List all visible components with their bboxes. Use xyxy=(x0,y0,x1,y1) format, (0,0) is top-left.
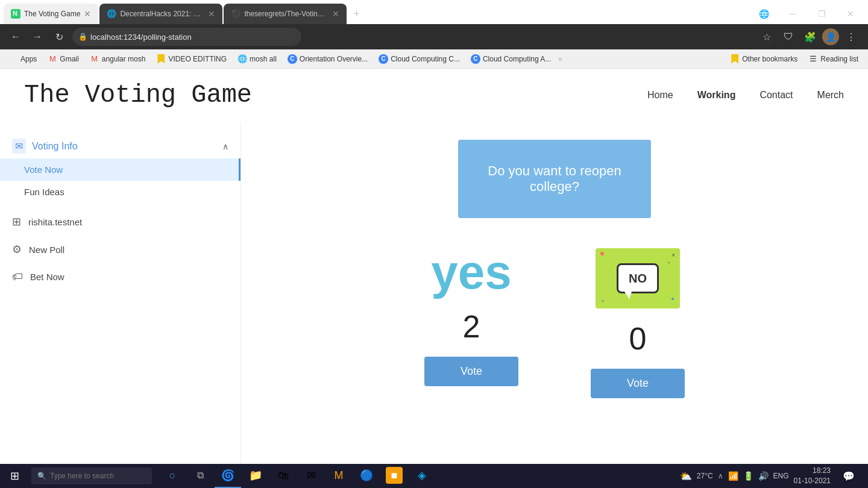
bm-right-group: Other bookmarks ☰ Reading list xyxy=(725,53,863,65)
taskbar-search-box[interactable]: 🔍 xyxy=(31,468,152,484)
voting-area: Do you want to reopen college? yes 2 Vot… xyxy=(241,122,868,464)
address-input[interactable] xyxy=(72,28,301,46)
address-bar: ← → ↻ 🔒 ☆ 🛡 🧩 👤 ⋮ xyxy=(0,24,868,49)
minimize-button[interactable]: ─ xyxy=(779,4,807,24)
chromium-icon-1: C xyxy=(288,54,297,64)
tab-github[interactable]: ⚫ theseregrets/The-Voting-Game-... ✕ xyxy=(224,4,347,24)
reading-list-icon: ☰ xyxy=(808,54,818,64)
start-button[interactable]: ⊞ xyxy=(0,464,29,488)
folder-icon: 📁 xyxy=(249,469,262,482)
bookmark-orientation[interactable]: C Orientation Overvie... xyxy=(283,53,373,65)
browser-right-icons: ☆ 🛡 🧩 👤 ⋮ xyxy=(757,27,861,46)
new-tab-button[interactable]: + xyxy=(348,5,365,22)
taskbar-chat-button[interactable]: 💬 xyxy=(835,464,862,488)
refresh-button[interactable]: ↻ xyxy=(51,28,68,45)
site-header: The Voting Game Home Working Contact Mer… xyxy=(0,69,868,122)
no-vote-button[interactable]: Vote xyxy=(591,369,685,398)
nav-home[interactable]: Home xyxy=(647,90,673,101)
nav-merch[interactable]: Merch xyxy=(817,90,844,101)
vscode-icon: ◈ xyxy=(418,469,426,482)
main-content: ✉ Voting Info ∧ Vote Now Fun Ideas ⊞ xyxy=(0,122,868,464)
sidebar-item-new-poll[interactable]: ⚙ New Poll xyxy=(0,236,241,263)
taskbar-orange-app[interactable]: ■ xyxy=(381,464,407,488)
poll-question-wrapper: Do you want to reopen college? xyxy=(458,140,651,230)
taskbar-chrome[interactable]: 🔵 xyxy=(353,464,380,488)
bookmark-reading-list[interactable]: ☰ Reading list xyxy=(804,53,863,65)
tab-title-1: The Voting Game xyxy=(24,10,80,18)
star-button[interactable]: ☆ xyxy=(757,27,776,46)
restore-button[interactable]: ❐ xyxy=(808,4,835,24)
envelope-icon: ✉ xyxy=(12,139,26,154)
tab-close-3[interactable]: ✕ xyxy=(332,9,339,19)
sidebar-item-rishita[interactable]: ⊞ rishita.testnet xyxy=(0,208,241,236)
battery-icon: 🔋 xyxy=(743,471,753,481)
sidebar-item-fun-ideas[interactable]: Fun Ideas xyxy=(0,181,241,203)
sidebar-item-vote-now[interactable]: Vote Now xyxy=(0,158,241,181)
taskbar-right-area: ⛅ 27°C ∧ 📶 🔋 🔊 ENG 18:23 01-10-2021 💬 xyxy=(680,464,868,488)
bookmark-gmail-label: Gmail xyxy=(60,55,78,63)
bookmark-yellow-icon xyxy=(156,54,166,64)
close-button[interactable]: ✕ xyxy=(837,4,864,24)
tab-voting-game[interactable]: N The Voting Game ✕ xyxy=(4,4,98,24)
globe-icon-btn[interactable]: 🌐 xyxy=(750,4,778,24)
taskbar-cortana[interactable]: ○ xyxy=(159,464,186,488)
bookmark-cloud-computing-a[interactable]: C Cloud Computing A... xyxy=(466,53,556,65)
bm-separator: » xyxy=(557,55,564,63)
bookmark-other-label: Other bookmarks xyxy=(742,55,797,63)
menu-button[interactable]: ⋮ xyxy=(841,27,861,46)
tab-close-1[interactable]: ✕ xyxy=(84,9,91,19)
tab-favicon-3: ⚫ xyxy=(231,9,241,19)
website-content: The Voting Game Home Working Contact Mer… xyxy=(0,69,868,464)
poll-question: Do you want to reopen college? xyxy=(458,140,651,218)
no-bubble: NO xyxy=(617,263,659,293)
taskbar-mail[interactable]: ✉ xyxy=(298,464,324,488)
taskbar-edge[interactable]: 🌀 xyxy=(215,464,241,488)
address-wrapper: 🔒 xyxy=(72,28,301,46)
bookmark-mosh-all[interactable]: 🌐 mosh all xyxy=(233,53,281,65)
chevron-up-icon: ∧ xyxy=(222,142,228,151)
globe-icon: 🌐 xyxy=(237,54,247,64)
extensions-button[interactable]: 🧩 xyxy=(800,27,820,46)
bookmark-apps[interactable]: Apps xyxy=(5,54,42,64)
voting-options: yes 2 Vote × ♦ ∘ NO xyxy=(277,248,832,398)
profile-avatar[interactable]: 👤 xyxy=(822,28,839,45)
momentum-icon: M xyxy=(333,468,345,483)
taskbar-file-explorer[interactable]: 📁 xyxy=(242,464,269,488)
tab-decentralhacks[interactable]: 🌐 DecentralHacks 2021: Dashboard... ✕ xyxy=(99,4,222,24)
bookmark-cloud-computing-c[interactable]: C Cloud Computing C... xyxy=(374,53,465,65)
forward-button[interactable]: → xyxy=(29,28,46,45)
taskbar: ⊞ 🔍 ○ ⧉ 🌀 📁 🛍 ✉ M 🔵 ■ xyxy=(0,464,868,488)
shield-button[interactable]: 🛡 xyxy=(779,27,798,46)
taskbar-clock: 18:23 01-10-2021 xyxy=(794,466,831,486)
taskbar-vscode[interactable]: ◈ xyxy=(409,464,435,488)
back-button[interactable]: ← xyxy=(7,28,24,45)
tab-favicon-2: 🌐 xyxy=(107,9,116,19)
nav-contact[interactable]: Contact xyxy=(760,90,793,101)
yes-vote-button[interactable]: Vote xyxy=(424,357,518,386)
gmail-icon: M xyxy=(48,54,57,64)
bookmark-video-editing[interactable]: VIDEO EDITTING xyxy=(151,53,231,65)
weather-icon: ⛅ xyxy=(680,471,692,482)
sidebar-voting-info-header[interactable]: ✉ Voting Info ∧ xyxy=(0,134,241,158)
taskbar-arrow-up[interactable]: ∧ xyxy=(718,472,723,480)
bookmark-gmail[interactable]: M Gmail xyxy=(43,53,83,65)
task-view-icon: ⧉ xyxy=(197,470,204,481)
sidebar-item-bet-now[interactable]: 🏷 Bet Now xyxy=(0,263,241,290)
tab-close-2[interactable]: ✕ xyxy=(208,9,215,19)
taskbar-task-view[interactable]: ⧉ xyxy=(187,464,213,488)
taskbar-search-input[interactable] xyxy=(50,472,146,480)
grid-icon: ⊞ xyxy=(12,215,21,228)
volume-icon: 🔊 xyxy=(758,471,769,481)
bookmark-angular-mosh[interactable]: M angular mosh xyxy=(85,53,151,65)
bookmark-other[interactable]: Other bookmarks xyxy=(725,53,802,65)
bookmark-angular-label: angular mosh xyxy=(102,55,146,63)
apps-icon xyxy=(10,55,18,63)
nav-working[interactable]: Working xyxy=(697,90,736,101)
sidebar-voting-info-title: ✉ Voting Info xyxy=(12,139,78,154)
window-controls: 🌐 ─ ❐ ✕ xyxy=(750,4,864,24)
taskbar-momentum[interactable]: M xyxy=(326,464,352,488)
bookmark-orientation-label: Orientation Overvie... xyxy=(300,55,368,63)
lang-display: ENG xyxy=(773,472,789,480)
bookmark-apps-label: Apps xyxy=(20,55,37,63)
taskbar-store[interactable]: 🛍 xyxy=(270,464,297,488)
